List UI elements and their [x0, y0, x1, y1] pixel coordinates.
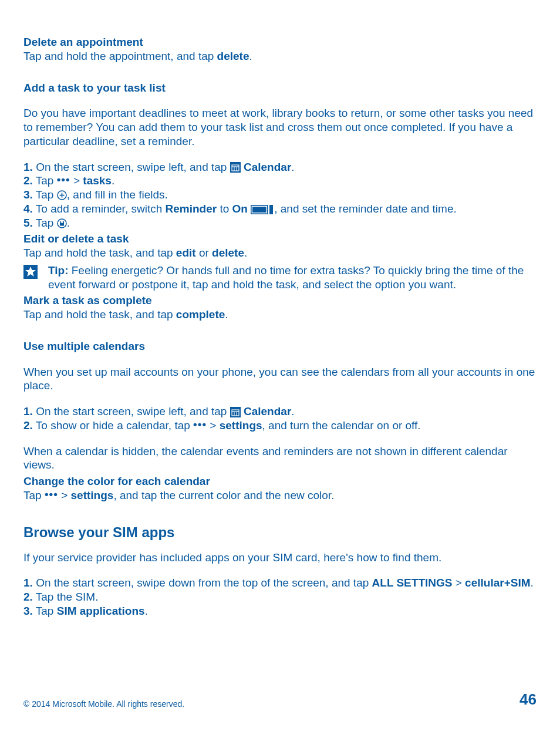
heading-delete-appointment: Delete an appointment	[23, 35, 537, 49]
text: Feeling energetic? Or hands full and no …	[48, 264, 524, 291]
heading-add-task: Add a task to your task list	[23, 81, 537, 95]
more-icon: •••	[45, 488, 58, 500]
toggle-on-icon	[251, 205, 274, 214]
step-2-sim: 2. Tap the SIM.	[23, 590, 537, 604]
tip-label: Tip:	[48, 264, 68, 277]
text: Tap	[33, 188, 57, 201]
label-calendar: Calendar	[244, 405, 291, 417]
text: On the start screen, swipe left, and tap	[33, 405, 230, 417]
tip-text: Tip: Feeling energetic? Or hands full an…	[48, 264, 537, 292]
text: Tap and hold the task, and tap	[23, 247, 176, 259]
step-3: 3. Tap , and fill in the fields.	[23, 188, 537, 202]
text: Tap	[23, 489, 45, 501]
star-tip-icon	[23, 265, 38, 279]
text: , and turn the calendar on or off.	[262, 419, 421, 432]
text: .	[291, 405, 294, 417]
label-settings: settings	[220, 419, 262, 432]
page-footer: © 2014 Microsoft Mobile. All rights rese…	[23, 690, 537, 709]
more-icon: •••	[57, 173, 70, 186]
body-mark-complete: Tap and hold the task, and tap complete.	[23, 308, 537, 322]
page-content: Delete an appointment Tap and hold the a…	[23, 35, 537, 618]
text: Tap and hold the task, and tap	[23, 308, 176, 321]
text: , and set the reminder date and time.	[274, 203, 457, 215]
heading-edit-delete-task: Edit or delete a task	[23, 232, 537, 246]
label-on: On	[232, 203, 248, 215]
step-number: 2.	[23, 419, 33, 432]
step-2: 2. Tap ••• > tasks.	[23, 174, 537, 188]
svg-rect-10	[269, 205, 273, 214]
text: To add a reminder, switch	[33, 203, 166, 215]
step-5: 5. Tap .	[23, 216, 537, 230]
text: To show or hide a calendar, tap	[33, 419, 193, 432]
text: , and tap the current color and the new …	[113, 489, 334, 501]
label-cellular-sim: cellular+SIM	[465, 577, 530, 589]
text: .	[249, 50, 252, 62]
step-number: 4.	[23, 203, 33, 215]
text: Tap	[33, 217, 57, 229]
heading-browse-sim-apps: Browse your SIM apps	[23, 524, 537, 541]
label-calendar: Calendar	[244, 161, 291, 173]
more-icon: •••	[193, 418, 207, 430]
page-number: 46	[519, 690, 537, 709]
step-number: 1.	[23, 405, 33, 417]
text: Tap	[33, 174, 57, 187]
intro-multiple-calendars: When you set up mail accounts on your ph…	[23, 365, 537, 393]
label-settings: settings	[71, 489, 114, 501]
step-number: 1.	[23, 577, 33, 589]
heading-mark-complete: Mark a task as complete	[23, 294, 537, 308]
tip-block: Tip: Feeling energetic? Or hands full an…	[23, 264, 537, 292]
step-3-sim: 3. Tap SIM applications.	[23, 604, 537, 618]
label-complete: complete	[176, 308, 225, 321]
step-number: 1.	[23, 161, 33, 173]
body-change-color: Tap ••• > settings, and tap the current …	[23, 488, 537, 503]
label-sim-applications: SIM applications	[57, 605, 145, 617]
text: or	[196, 247, 212, 259]
step-number: 5.	[23, 217, 33, 229]
text: .	[531, 577, 534, 589]
label-delete: delete	[217, 50, 249, 62]
label-edit: edit	[176, 247, 196, 259]
intro-sim-apps: If your service provider has included ap…	[23, 551, 537, 565]
copyright-text: © 2014 Microsoft Mobile. All rights rese…	[23, 699, 184, 709]
heading-multiple-calendars: Use multiple calendars	[23, 339, 537, 353]
label-delete: delete	[212, 247, 244, 259]
step-number: 2.	[23, 174, 33, 187]
text: to	[217, 203, 232, 215]
heading-change-color: Change the color for each calendar	[23, 474, 537, 488]
plus-circle-icon	[57, 190, 67, 200]
label-tasks: tasks	[83, 174, 112, 187]
label-reminder: Reminder	[166, 203, 217, 215]
text: On the start screen, swipe left, and tap	[33, 161, 230, 173]
step-number: 3.	[23, 605, 33, 617]
step-number: 3.	[23, 188, 33, 201]
text: , and fill in the fields.	[67, 188, 168, 201]
calendar-icon	[230, 162, 241, 173]
step-4: 4. To add a reminder, switch Reminder to…	[23, 202, 537, 216]
text: Tap	[33, 605, 57, 617]
text: .	[67, 217, 70, 229]
body-delete-appointment: Tap and hold the appointment, and tap de…	[23, 49, 537, 63]
text: >	[452, 577, 465, 589]
text: >	[58, 489, 71, 501]
text: .	[112, 174, 114, 187]
text: >	[207, 419, 220, 432]
text: .	[145, 605, 148, 617]
step-1-sim: 1. On the start screen, swipe down from …	[23, 576, 537, 590]
text: >	[70, 174, 83, 187]
step-1-cal: 1. On the start screen, swipe left, and …	[23, 405, 537, 419]
text: On the start screen, swipe down from the…	[33, 577, 372, 589]
text: .	[225, 308, 228, 321]
text: .	[244, 247, 247, 259]
intro-add-task: Do you have important deadlines to meet …	[23, 106, 537, 148]
outro-multiple-calendars: When a calendar is hidden, the calendar …	[23, 444, 537, 473]
svg-rect-9	[252, 207, 266, 213]
step-2-cal: 2. To show or hide a calendar, tap ••• >…	[23, 419, 537, 433]
save-circle-icon	[57, 218, 67, 228]
step-1: 1. On the start screen, swipe left, and …	[23, 160, 537, 174]
label-all-settings: ALL SETTINGS	[372, 577, 453, 589]
svg-rect-13	[60, 221, 63, 223]
text: Tap and hold the appointment, and tap	[23, 50, 217, 62]
text: .	[291, 161, 294, 173]
step-number: 2.	[23, 591, 33, 603]
text: Tap the SIM.	[33, 591, 99, 603]
